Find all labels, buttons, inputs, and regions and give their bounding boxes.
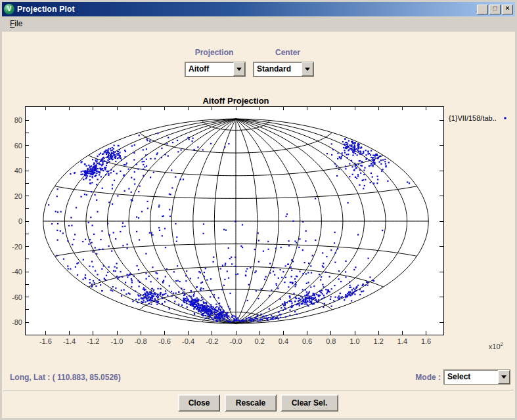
svg-text:-40: -40 xyxy=(12,268,22,276)
app-logo-icon: V xyxy=(4,4,14,14)
projection-plot-window: V Projection Plot _ □ × File Projection … xyxy=(0,0,517,420)
legend: {1}VII/158/tab.. xyxy=(449,114,506,122)
aitoff-projection-plot[interactable]: Aitoff Projection-1.6-1.4-1.2-1.0-0.8-0.… xyxy=(2,92,517,360)
rescale-button[interactable]: Rescale xyxy=(225,394,277,411)
legend-marker-icon xyxy=(504,117,506,119)
projection-select-value: Aitoff xyxy=(185,62,233,76)
window-title: Projection Plot xyxy=(17,5,477,14)
svg-text:-1.6: -1.6 xyxy=(39,337,52,345)
svg-text:0.4: 0.4 xyxy=(279,337,288,345)
chevron-down-icon xyxy=(305,68,310,71)
title-bar[interactable]: V Projection Plot _ □ × xyxy=(2,2,515,16)
center-label: Center xyxy=(258,48,318,57)
clear-selection-button[interactable]: Clear Sel. xyxy=(281,394,338,411)
chevron-down-icon xyxy=(501,375,506,379)
projection-select[interactable]: Aitoff xyxy=(185,62,246,77)
svg-text:-60: -60 xyxy=(12,293,22,301)
minimize-icon: _ xyxy=(481,8,485,14)
svg-text:-80: -80 xyxy=(12,318,22,326)
svg-text:0.6: 0.6 xyxy=(302,337,312,345)
minimize-button[interactable]: _ xyxy=(477,5,488,14)
svg-text:80: 80 xyxy=(14,116,22,124)
center-select[interactable]: Standard xyxy=(253,62,314,77)
svg-text:-1.0: -1.0 xyxy=(111,337,124,345)
svg-text:1.4: 1.4 xyxy=(397,337,407,345)
mode-select-value: Select xyxy=(444,370,498,384)
svg-text:-0.2: -0.2 xyxy=(206,337,218,345)
close-button[interactable]: Close xyxy=(178,394,220,411)
projection-dropdown-button[interactable] xyxy=(233,62,245,76)
mode-label: Mode : xyxy=(408,373,441,382)
svg-text:1.6: 1.6 xyxy=(421,337,431,345)
svg-text:-1.2: -1.2 xyxy=(87,337,99,345)
close-window-button[interactable]: × xyxy=(502,5,513,14)
svg-text:-0.8: -0.8 xyxy=(135,337,147,345)
svg-text:-0.0: -0.0 xyxy=(230,337,242,345)
menu-bar: File xyxy=(2,16,515,32)
chevron-down-icon xyxy=(236,68,242,71)
close-icon: × xyxy=(506,5,510,12)
plot-frame xyxy=(25,106,443,335)
svg-text:-1.4: -1.4 xyxy=(63,337,76,345)
svg-text:0: 0 xyxy=(18,217,22,225)
maximize-icon: □ xyxy=(493,5,497,12)
center-select-value: Standard xyxy=(254,62,302,76)
mode-select[interactable]: Select xyxy=(443,369,510,385)
menu-file[interactable]: File xyxy=(7,18,26,30)
legend-series-label: {1}VII/158/tab.. xyxy=(449,114,497,122)
svg-text:-0.4: -0.4 xyxy=(182,337,194,345)
maximize-button[interactable]: □ xyxy=(489,5,501,14)
svg-text:-0.6: -0.6 xyxy=(158,337,171,345)
svg-text:60: 60 xyxy=(14,142,22,150)
svg-text:-20: -20 xyxy=(12,243,22,251)
svg-text:0.8: 0.8 xyxy=(326,337,336,345)
plot-title: Aitoff Projection xyxy=(202,96,269,106)
svg-text:0.2: 0.2 xyxy=(255,337,265,345)
center-dropdown-button[interactable] xyxy=(302,62,313,76)
cursor-coordinates-readout: Long, Lat : ( 110.883, 85.0526) xyxy=(10,373,121,382)
svg-text:40: 40 xyxy=(14,167,22,175)
separator xyxy=(3,390,514,391)
svg-text:1.2: 1.2 xyxy=(374,337,384,345)
mode-dropdown-button[interactable] xyxy=(498,370,510,384)
projection-label: Projection xyxy=(184,48,244,57)
x-axis-exponent-label: x102 xyxy=(489,341,504,350)
svg-text:1.0: 1.0 xyxy=(349,337,359,345)
svg-text:20: 20 xyxy=(14,192,22,200)
